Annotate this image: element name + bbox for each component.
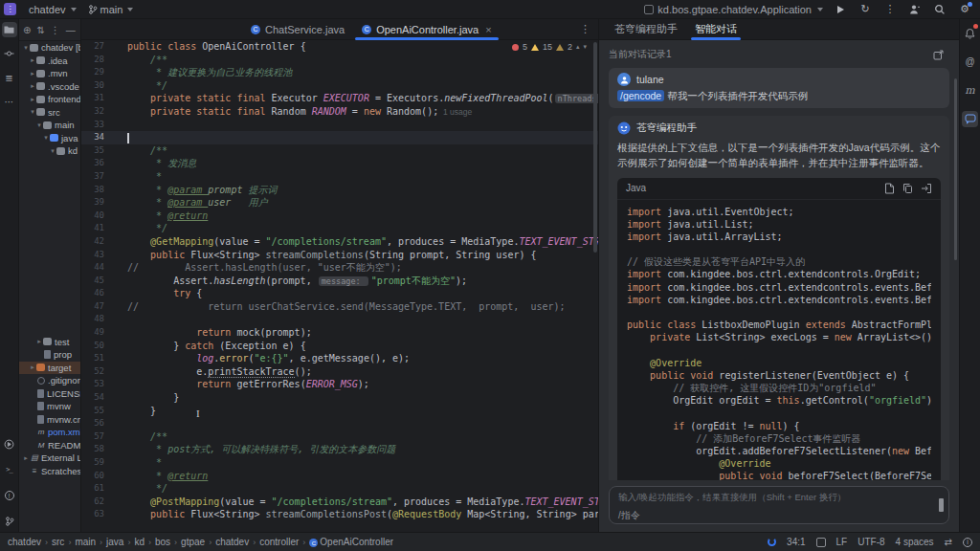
line-separator[interactable]: LF: [836, 537, 848, 547]
prev-problem-icon[interactable]: ▴: [576, 43, 580, 51]
app-logo-icon[interactable]: ⋮: [4, 3, 16, 15]
terminal-tool-button[interactable]: >_: [2, 462, 17, 477]
tab-smart-chat[interactable]: 智能对话: [687, 19, 745, 39]
file-encoding[interactable]: UTF-8: [858, 537, 884, 547]
maven-tool-button[interactable]: m: [962, 82, 978, 99]
tree-item--mvn[interactable]: ▸.mvn: [19, 67, 80, 80]
breadcrumb-item[interactable]: src: [52, 537, 64, 547]
new-file-icon[interactable]: [884, 183, 895, 194]
notifications-button[interactable]: [962, 25, 978, 41]
tree-item-chatdev-b[interactable]: ▾chatdev [b: [19, 41, 80, 55]
tree-chevron-icon[interactable]: ▾: [22, 44, 30, 52]
open-in-window-icon[interactable]: [933, 50, 944, 60]
tree-chevron-icon[interactable]: ▸: [29, 96, 36, 103]
code-line: 58 * post方式, 可以解决特殊符号, 引发的文本参数问题: [81, 443, 598, 456]
tree-item--gitignore[interactable]: .gitignore: [19, 374, 80, 387]
status-bar: chatdev›src›main›java›kd›bos›gtpae›chatd…: [0, 532, 980, 551]
project-tool-button[interactable]: [2, 22, 17, 37]
breadcrumb-item[interactable]: kd: [134, 537, 145, 547]
tree-chevron-icon[interactable]: ▸: [35, 338, 43, 345]
locate-file-icon[interactable]: ⊕: [23, 25, 31, 35]
insert-code-icon[interactable]: [921, 183, 932, 194]
indent-setting[interactable]: 4 spaces: [896, 537, 934, 547]
search-button[interactable]: [932, 2, 947, 17]
tree-item-main[interactable]: ▾main: [19, 119, 80, 132]
breadcrumb-item[interactable]: COpenAiController: [309, 537, 393, 548]
tree-item--vscode[interactable]: ▸.vscode: [19, 80, 80, 94]
run-button[interactable]: [833, 2, 848, 17]
tree-item-mvnw[interactable]: mvnw: [19, 400, 80, 413]
run-config-selector[interactable]: kd.bos.gtpae.chatdev.Application: [644, 4, 823, 15]
hide-panel-icon[interactable]: —: [66, 25, 76, 35]
tree-item-prop[interactable]: prop: [19, 348, 80, 362]
editor-layout-icon[interactable]: ⇄: [945, 537, 952, 547]
breadcrumb-item[interactable]: gtpae: [181, 537, 205, 547]
tree-item-target[interactable]: ▸target: [19, 362, 80, 375]
folder-icon: [36, 108, 45, 116]
code-editor[interactable]: 27public class OpenAiController {28 /**2…: [81, 40, 598, 532]
tree-item-scratches-and-consoles[interactable]: ≡Scratches and Consoles: [19, 465, 80, 478]
services-tool-button[interactable]: [2, 436, 17, 452]
tree-item-kd[interactable]: ▾kd: [19, 144, 80, 158]
tree-item-license[interactable]: LICENSE: [19, 387, 80, 401]
lib-icon: ▤: [30, 453, 39, 462]
tree-chevron-icon[interactable]: ▾: [35, 121, 43, 129]
assistant-scrollbar[interactable]: [954, 78, 957, 260]
panel-options-icon[interactable]: ⋮: [51, 25, 60, 35]
project-selector[interactable]: chatdev: [23, 1, 82, 18]
rerun-button[interactable]: ↻: [858, 2, 873, 17]
tree-item-src[interactable]: ▾src: [19, 106, 80, 120]
tree-chevron-icon[interactable]: ▸: [22, 454, 30, 462]
tree-chevron-icon[interactable]: ▾: [29, 108, 36, 116]
breadcrumb-item[interactable]: java: [106, 537, 123, 547]
breadcrumb-item[interactable]: chatdev: [8, 537, 41, 547]
tree-item--idea[interactable]: ▸.idea: [19, 55, 80, 68]
breadcrumb-item[interactable]: bos: [155, 537, 170, 547]
close-tab-icon[interactable]: ×: [485, 24, 491, 35]
version-control-tool-button[interactable]: [2, 514, 17, 529]
breadcrumb-item[interactable]: chatdev: [215, 537, 249, 547]
tree-item-test[interactable]: ▸test: [19, 336, 80, 349]
more-actions-button[interactable]: ⋮: [882, 2, 898, 17]
assistant-code[interactable]: import java.util.EventObject;import java…: [617, 200, 941, 480]
ai-assistant-tool-button[interactable]: @: [962, 54, 978, 70]
copy-icon[interactable]: [902, 183, 913, 194]
tree-chevron-icon[interactable]: ▸: [29, 364, 36, 371]
tree-item-readme-md[interactable]: MREADME.md: [19, 439, 80, 452]
tree-chevron-icon[interactable]: ▾: [49, 147, 56, 155]
code-with-me-button[interactable]: [907, 2, 923, 17]
breadcrumb-item[interactable]: controller: [259, 537, 299, 547]
tab-coding-assistant[interactable]: 苍穹编程助手: [607, 19, 685, 39]
tab-chatservice[interactable]: C ChatService.java: [242, 19, 353, 39]
tab-openaicontroller[interactable]: C OpenAiController.java ×: [353, 19, 500, 39]
editor-scrollbar[interactable]: [593, 42, 597, 253]
caret-position[interactable]: 34:1: [787, 537, 805, 547]
tree-chevron-icon[interactable]: ▸: [29, 70, 36, 77]
folder-orange-icon: [36, 364, 45, 371]
tree-item-java[interactable]: ▾java: [19, 132, 80, 145]
tab-options-icon[interactable]: ⋮: [580, 23, 590, 35]
tree-item-external-libraries[interactable]: ▸▤External Libraries: [19, 452, 80, 465]
input-scroll-thumb[interactable]: [939, 498, 944, 512]
branch-selector[interactable]: main: [82, 1, 140, 18]
assistant-name: 苍穹编程助手: [636, 121, 697, 135]
tree-chevron-icon[interactable]: ▾: [42, 134, 50, 142]
tree-item-frontend[interactable]: ▸frontend: [19, 93, 80, 106]
next-problem-icon[interactable]: ▾: [583, 43, 587, 51]
tree-item-mvnw-cmd[interactable]: mvnw.cmd: [19, 413, 80, 427]
tree-item-pom-xml[interactable]: mpom.xml: [19, 426, 80, 439]
settings-button[interactable]: ⚙: [957, 2, 972, 17]
inspections-widget[interactable]: 5 15 2 ▴ ▾: [512, 42, 587, 52]
expand-collapse-icon[interactable]: ⇅: [36, 25, 44, 35]
more-tool-windows-button[interactable]: ⋯: [2, 94, 17, 109]
tree-chevron-icon[interactable]: ▸: [29, 56, 36, 64]
readonly-toggle-icon[interactable]: [816, 538, 826, 547]
tree-chevron-icon[interactable]: ▸: [29, 82, 36, 90]
problems-tool-button[interactable]: !: [2, 488, 17, 503]
commit-tool-button[interactable]: [2, 46, 17, 61]
chat-input[interactable]: 输入/唤起功能指令，结果直接使用（Shift + Enter 换行） /指令: [609, 486, 949, 524]
breadcrumb-item[interactable]: main: [75, 537, 96, 547]
structure-tool-button[interactable]: ≣: [2, 70, 17, 85]
notifications-icon[interactable]: i: [963, 538, 972, 547]
chat-tool-button[interactable]: [962, 111, 978, 127]
